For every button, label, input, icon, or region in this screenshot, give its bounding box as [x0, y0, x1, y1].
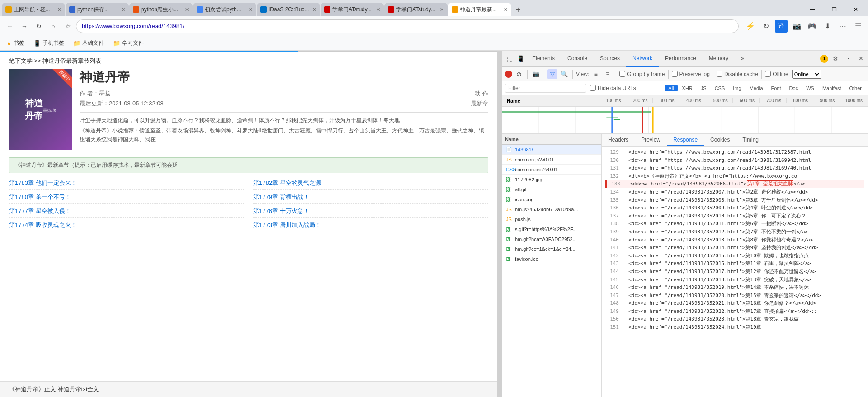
request-143981[interactable]: 📄 143981/: [502, 145, 601, 155]
offline-checkbox[interactable]: Offline: [765, 71, 788, 77]
tab-6[interactable]: 学掌门ATstudy... ✕: [321, 3, 384, 16]
chapter-1782[interactable]: 第1782章 星空的灵气之源: [253, 177, 488, 190]
request-hmjs[interactable]: JS hm.js?46329db612a10d9a...: [502, 204, 601, 214]
tab-close-4[interactable]: ✕: [249, 7, 253, 13]
forward-button[interactable]: →: [18, 20, 31, 33]
request-favicon[interactable]: 🖼 favicon.ico: [502, 254, 601, 264]
devtools-device-icon[interactable]: 📱: [515, 53, 526, 64]
throttle-select[interactable]: Online Fast 3G Slow 3G Offline: [792, 70, 821, 79]
tab-2[interactable]: python保存... ✕: [66, 3, 129, 16]
chapter-1773[interactable]: 第1773章 唐川加入战局！: [253, 219, 488, 232]
reload-button[interactable]: ↻: [33, 20, 45, 33]
response-content[interactable]: 129 <dd><a href="https://www.bxwxorg.com…: [602, 147, 868, 397]
download-icon[interactable]: ⬇: [821, 20, 834, 33]
minimize-button[interactable]: —: [802, 3, 823, 16]
restore-button[interactable]: ❐: [824, 3, 844, 16]
tab-console[interactable]: Console: [561, 51, 594, 67]
more-options-icon[interactable]: ⋮: [843, 53, 854, 64]
search-button[interactable]: 🔍: [559, 69, 569, 79]
filter-doc[interactable]: Doc: [786, 85, 802, 91]
tab-8[interactable]: 神道丹帝最新... ✕: [448, 3, 511, 16]
address-bar[interactable]: https://www.bxwxorg.com/read/143981/: [76, 19, 739, 33]
filter-xhr[interactable]: XHR: [679, 85, 696, 91]
scroll-divider[interactable]: [497, 51, 502, 397]
filter-other[interactable]: Other: [845, 85, 865, 91]
request-hmgif2[interactable]: 🖼 hm.gif?cc=1&ck=1&cl=24...: [502, 244, 601, 254]
disable-cache-input[interactable]: [717, 71, 722, 77]
tab-5[interactable]: IDaaS 2C::Buc... ✕: [257, 3, 320, 16]
resp-tab-cookies[interactable]: Cookies: [704, 134, 736, 146]
request-jpg[interactable]: 🖼 1172082.jpg: [502, 175, 601, 184]
camera-icon[interactable]: 📷: [790, 20, 803, 33]
tab-3[interactable]: python爬虫小... ✕: [129, 3, 193, 16]
filter-manifest[interactable]: Manifest: [819, 85, 845, 91]
chapter-1777[interactable]: 第1777章 星空被入侵！: [9, 205, 244, 218]
request-png[interactable]: 🖼 icon.png: [502, 194, 601, 204]
preserve-log-input[interactable]: [672, 71, 678, 77]
camera-capture-button[interactable]: 📷: [531, 69, 541, 79]
tab-close-2[interactable]: ✕: [121, 7, 125, 13]
request-hmgif1[interactable]: 🖼 hm.gif?hca=A0FADC2952...: [502, 234, 601, 244]
tab-close-7[interactable]: ✕: [440, 7, 444, 13]
tab-7[interactable]: 学掌门ATstudy... ✕: [384, 3, 448, 16]
tab-close-8[interactable]: ✕: [504, 7, 508, 13]
tab-sources[interactable]: Sources: [594, 51, 626, 67]
bookmark-basic-files[interactable]: 📁 基础文件: [71, 38, 107, 48]
filter-font[interactable]: Font: [768, 85, 785, 91]
tab-elements[interactable]: Elements: [526, 51, 561, 67]
chapter-1776[interactable]: 第1776章 十万火急！: [253, 205, 488, 218]
resp-tab-headers[interactable]: Headers: [602, 134, 635, 146]
resp-tab-timing[interactable]: Timing: [736, 134, 765, 146]
bookmark-favorites[interactable]: ★ 书签: [4, 38, 27, 48]
filter-all[interactable]: All: [665, 85, 677, 91]
tab-4[interactable]: 初次尝试pyth... ✕: [193, 3, 256, 16]
tab-memory[interactable]: Memory: [703, 51, 735, 67]
tab-performance[interactable]: Performance: [659, 51, 703, 67]
view-waterfall-icon[interactable]: ⊟: [603, 69, 613, 79]
view-list-icon[interactable]: ≡: [591, 69, 601, 79]
chapter-1774[interactable]: 第1774章 吸收灵魂之火！: [9, 219, 244, 232]
offline-input[interactable]: [765, 71, 771, 77]
more-icon[interactable]: ⋯: [836, 20, 849, 33]
request-pushjs[interactable]: JS push.js: [502, 214, 601, 224]
request-sgif[interactable]: 🖼 s.gif?r=https%3A%2F%2F...: [502, 224, 601, 234]
bookmark-study-files[interactable]: 📁 学习文件: [110, 38, 146, 48]
translate-icon[interactable]: 译: [775, 20, 788, 33]
filter-ws[interactable]: WS: [802, 85, 818, 91]
tab-1[interactable]: 上网导航 - 轻... ✕: [2, 3, 65, 16]
filter-button[interactable]: ▽: [547, 69, 557, 79]
tab-close-1[interactable]: ✕: [57, 7, 61, 13]
request-commoncss[interactable]: CSS common.css?v0.01: [502, 165, 601, 175]
home-button[interactable]: ⌂: [47, 20, 60, 33]
group-by-frame-checkbox[interactable]: Group by frame: [619, 71, 665, 77]
resp-tab-response[interactable]: Response: [667, 134, 704, 146]
filter-media[interactable]: Media: [746, 85, 767, 91]
chapter-1780[interactable]: 第1780章 杀一个不亏！: [9, 191, 244, 204]
group-by-frame-input[interactable]: [619, 71, 625, 77]
refresh-icon[interactable]: ↻: [760, 20, 772, 33]
lightning-icon[interactable]: ⚡: [744, 20, 757, 33]
tab-network[interactable]: Network: [626, 51, 659, 67]
request-commonjs[interactable]: JS common.js?v0.01: [502, 155, 601, 165]
new-tab-button[interactable]: +: [512, 4, 524, 16]
hide-data-urls-checkbox[interactable]: Hide data URLs: [590, 85, 636, 91]
bookmark-page-button[interactable]: ☆: [61, 20, 74, 33]
close-button[interactable]: ✕: [845, 3, 866, 16]
tab-close-6[interactable]: ✕: [376, 7, 380, 13]
devtools-inspect-icon[interactable]: ⬚: [504, 53, 515, 64]
chapter-1783[interactable]: 第1783章 他们一定会来！: [9, 177, 244, 190]
game-icon[interactable]: 🎮: [806, 20, 818, 33]
timeline-chart[interactable]: [502, 107, 868, 134]
filter-js[interactable]: JS: [697, 85, 710, 91]
tab-close-5[interactable]: ✕: [312, 7, 316, 13]
tab-close-3[interactable]: ✕: [185, 7, 189, 13]
menu-icon[interactable]: ☰: [852, 20, 864, 33]
bookmark-mobile[interactable]: 📱 手机书签: [31, 38, 67, 48]
filter-img[interactable]: Img: [729, 85, 745, 91]
resp-tab-preview[interactable]: Preview: [635, 134, 667, 146]
back-button[interactable]: ←: [4, 20, 16, 33]
record-button[interactable]: [505, 71, 512, 78]
hide-data-urls-input[interactable]: [590, 85, 596, 91]
request-gif[interactable]: 🖼 all.gif: [502, 184, 601, 194]
filter-css[interactable]: CSS: [711, 85, 729, 91]
